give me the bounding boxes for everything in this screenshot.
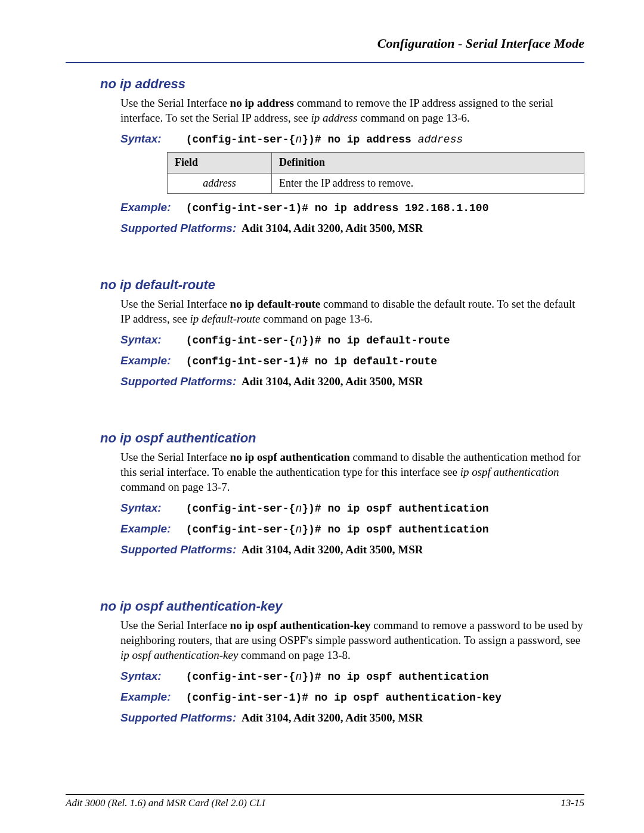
syntax-row: Syntax: (config-int-ser-{n})# no ip ospf… bbox=[120, 500, 584, 516]
section-description: Use the Serial Interface no ip ospf auth… bbox=[120, 618, 584, 662]
header-rule bbox=[66, 62, 584, 63]
section-description: Use the Serial Interface no ip address c… bbox=[120, 95, 584, 125]
syntax-text: (config-int-ser-{n})# no ip ospf authent… bbox=[186, 503, 489, 515]
syntax-label: Syntax: bbox=[120, 500, 183, 515]
section-body: Use the Serial Interface no ip ospf auth… bbox=[120, 618, 584, 725]
syntax-label: Syntax: bbox=[120, 332, 183, 347]
platforms-text: Adit 3104, Adit 3200, Adit 3500, MSR bbox=[242, 375, 423, 388]
syntax-text: (config-int-ser-{n})# no ip default-rout… bbox=[186, 335, 450, 346]
section-no-ip-address: no ip address Use the Serial Interface n… bbox=[66, 76, 584, 236]
table-cell-field: address bbox=[168, 173, 272, 194]
example-text: (config-int-ser-1)# no ip address 192.16… bbox=[186, 202, 489, 214]
section-body: Use the Serial Interface no ip address c… bbox=[120, 95, 584, 236]
table-header-field: Field bbox=[168, 152, 272, 173]
syntax-row: Syntax: (config-int-ser-{n})# no ip defa… bbox=[120, 332, 584, 348]
syntax-label: Syntax: bbox=[120, 131, 183, 146]
footer-right: 13-15 bbox=[561, 797, 584, 809]
platforms-label: Supported Platforms: bbox=[120, 221, 236, 236]
platforms-row: Supported Platforms: Adit 3104, Adit 320… bbox=[120, 542, 584, 557]
section-description: Use the Serial Interface no ip default-r… bbox=[120, 296, 584, 326]
platforms-label: Supported Platforms: bbox=[120, 374, 236, 389]
section-body: Use the Serial Interface no ip default-r… bbox=[120, 296, 584, 389]
platforms-text: Adit 3104, Adit 3200, Adit 3500, MSR bbox=[242, 543, 423, 556]
platforms-row: Supported Platforms: Adit 3104, Adit 320… bbox=[120, 374, 584, 389]
syntax-text: (config-int-ser-{n})# no ip address addr… bbox=[186, 134, 463, 145]
footer-line: Adit 3000 (Rel. 1.6) and MSR Card (Rel 2… bbox=[66, 797, 584, 809]
section-no-ip-ospf-authentication: no ip ospf authentication Use the Serial… bbox=[66, 431, 584, 557]
section-title: no ip ospf authentication-key bbox=[100, 599, 584, 614]
example-row: Example: (config-int-ser-1)# no ip defau… bbox=[120, 353, 584, 369]
example-text: (config-int-ser-{n})# no ip ospf authent… bbox=[186, 524, 489, 535]
platforms-row: Supported Platforms: Adit 3104, Adit 320… bbox=[120, 710, 584, 725]
example-label: Example: bbox=[120, 521, 183, 536]
platforms-label: Supported Platforms: bbox=[120, 710, 236, 725]
table-row: address Enter the IP address to remove. bbox=[168, 173, 584, 194]
footer-left: Adit 3000 (Rel. 1.6) and MSR Card (Rel 2… bbox=[66, 797, 265, 809]
section-no-ip-ospf-authentication-key: no ip ospf authentication-key Use the Se… bbox=[66, 599, 584, 725]
example-label: Example: bbox=[120, 200, 183, 215]
field-definition-table: Field Definition address Enter the IP ad… bbox=[167, 152, 584, 194]
page: Configuration - Serial Interface Mode no… bbox=[0, 0, 644, 833]
example-text: (config-int-ser-1)# no ip ospf authentic… bbox=[186, 692, 501, 704]
example-text: (config-int-ser-1)# no ip default-route bbox=[186, 355, 437, 367]
platforms-label: Supported Platforms: bbox=[120, 542, 236, 557]
section-body: Use the Serial Interface no ip ospf auth… bbox=[120, 450, 584, 557]
platforms-text: Adit 3104, Adit 3200, Adit 3500, MSR bbox=[242, 711, 423, 724]
table-header-definition: Definition bbox=[272, 152, 584, 173]
syntax-text: (config-int-ser-{n})# no ip ospf authent… bbox=[186, 671, 489, 683]
footer-rule bbox=[66, 794, 584, 795]
example-row: Example: (config-int-ser-1)# no ip addre… bbox=[120, 200, 584, 216]
section-title: no ip default-route bbox=[100, 277, 584, 293]
table-cell-definition: Enter the IP address to remove. bbox=[272, 173, 584, 194]
example-label: Example: bbox=[120, 689, 183, 704]
page-footer: Adit 3000 (Rel. 1.6) and MSR Card (Rel 2… bbox=[66, 794, 584, 809]
syntax-label: Syntax: bbox=[120, 668, 183, 683]
section-title: no ip address bbox=[100, 76, 584, 92]
platforms-text: Adit 3104, Adit 3200, Adit 3500, MSR bbox=[242, 222, 423, 234]
syntax-row: Syntax: (config-int-ser-{n})# no ip ospf… bbox=[120, 668, 584, 685]
platforms-row: Supported Platforms: Adit 3104, Adit 320… bbox=[120, 221, 584, 236]
example-row: Example: (config-int-ser-1)# no ip ospf … bbox=[120, 689, 584, 705]
section-description: Use the Serial Interface no ip ospf auth… bbox=[120, 450, 584, 494]
section-title: no ip ospf authentication bbox=[100, 431, 584, 446]
page-header-title: Configuration - Serial Interface Mode bbox=[66, 36, 584, 51]
section-no-ip-default-route: no ip default-route Use the Serial Inter… bbox=[66, 277, 584, 389]
example-label: Example: bbox=[120, 353, 183, 368]
example-row: Example: (config-int-ser-{n})# no ip osp… bbox=[120, 521, 584, 537]
syntax-row: Syntax: (config-int-ser-{n})# no ip addr… bbox=[120, 131, 584, 147]
